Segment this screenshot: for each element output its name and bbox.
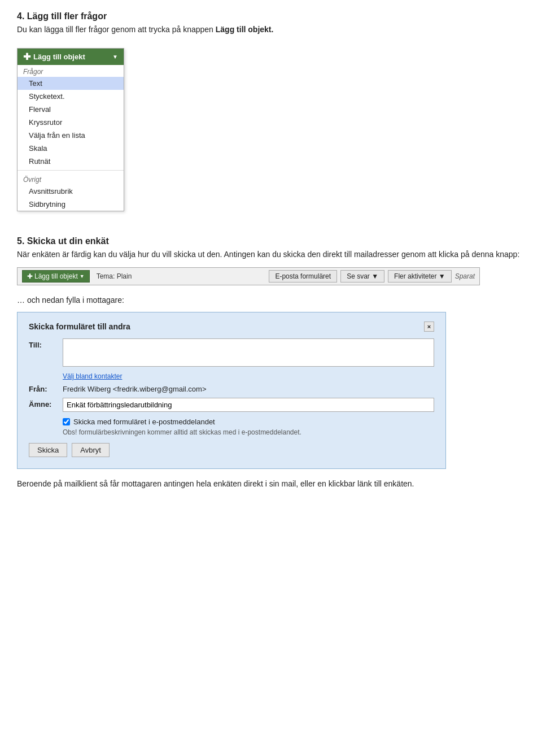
dialog-fran-value: Fredrik Wiberg <fredrik.wiberg@gmail.com… xyxy=(63,385,207,393)
section-4: 4. Lägg till fler frågor Du kan lägga ti… xyxy=(17,11,525,223)
dialog-till-field: Till: xyxy=(29,338,434,367)
chevron-down-icon: ▼ xyxy=(112,54,118,60)
menu-item-kryssrutor[interactable]: Kryssrutor xyxy=(18,116,124,129)
section-5: 5. Skicka ut din enkät När enkäten är fä… xyxy=(17,236,525,490)
section5-desc3: Beroende på mailklient så får mottagaren… xyxy=(17,478,525,490)
plus-icon: ✚ xyxy=(23,51,30,62)
menu-item-flerval[interactable]: Flerval xyxy=(18,103,124,116)
menu-item-rutnat[interactable]: Rutnät xyxy=(18,155,124,168)
dialog-from-row: Från: Fredrik Wiberg <fredrik.wiberg@gma… xyxy=(29,385,434,393)
dialog-buttons: Skicka Avbryt xyxy=(29,443,434,457)
dialog-obs-note: Obs! formulärbeskrivningen kommer alltid… xyxy=(63,428,434,436)
dialog-include-form-checkbox[interactable] xyxy=(63,418,70,425)
menu-group-label-questions: Frågor xyxy=(18,65,124,77)
send-form-dialog: Skicka formuläret till andra × Till: Väl… xyxy=(17,312,446,469)
menu-item-avsnittsrubrik[interactable]: Avsnittsrubrik xyxy=(18,185,124,198)
toolbar-theme-label: Tema: Plain xyxy=(93,272,136,280)
section5-heading: 5. Skicka ut din enkät xyxy=(17,236,525,246)
add-item-button[interactable]: ✚ Lägg till objekt ▼ xyxy=(18,49,124,65)
dialog-till-input[interactable] xyxy=(63,338,434,367)
menu-item-sidbrytning[interactable]: Sidbrytning xyxy=(18,198,124,211)
section4-heading: 4. Lägg till fler frågor xyxy=(17,11,525,21)
toolbar-chevron-icon: ▼ xyxy=(80,273,85,279)
toolbar-saved-label: Sparat xyxy=(455,272,475,280)
dialog-contacts-link[interactable]: Välj bland kontakter xyxy=(63,372,434,380)
menu-item-skala[interactable]: Skala xyxy=(18,142,124,155)
toolbar-add-item-button[interactable]: ✚ Lägg till objekt ▼ xyxy=(22,270,90,283)
toolbar-more-button[interactable]: Fler aktiviteter ▼ xyxy=(388,270,452,283)
dialog-amne-field: Ämne: xyxy=(29,398,434,412)
menu-item-valjafranenlista[interactable]: Välja från en lista xyxy=(18,129,124,142)
dialog-cancel-button[interactable]: Avbryt xyxy=(72,443,110,457)
dialog-checkbox-label: Skicka med formuläret i e-postmeddelande… xyxy=(73,418,215,426)
dialog-fran-label: Från: xyxy=(29,385,63,393)
add-item-dropdown[interactable]: ✚ Lägg till objekt ▼ Frågor Text Stycket… xyxy=(17,48,124,211)
menu-divider xyxy=(18,170,124,171)
menu-item-text[interactable]: Text xyxy=(18,77,124,90)
dialog-checkbox-row: Skicka med formuläret i e-postmeddelande… xyxy=(63,418,434,426)
form-toolbar: ✚ Lägg till objekt ▼ Tema: Plain E-posta… xyxy=(17,267,480,285)
menu-item-stycketext[interactable]: Stycketext. xyxy=(18,90,124,103)
dialog-send-button[interactable]: Skicka xyxy=(29,443,67,457)
dialog-close-button[interactable]: × xyxy=(424,321,434,332)
toolbar-plus-icon: ✚ xyxy=(27,272,33,280)
toolbar-responses-button[interactable]: Se svar ▼ xyxy=(340,270,384,283)
dialog-amne-input[interactable] xyxy=(63,398,434,412)
section5-desc2: … och nedan fylla i mottagare: xyxy=(17,294,525,306)
dialog-title-text: Skicka formuläret till andra xyxy=(29,322,130,331)
dialog-till-label: Till: xyxy=(29,338,63,349)
dialog-amne-label: Ämne: xyxy=(29,398,63,409)
toolbar-email-button[interactable]: E-posta formuläret xyxy=(269,270,337,283)
section5-desc1: När enkäten är färdig kan du välja hur d… xyxy=(17,249,525,260)
toolbar-responses-arrow-icon: ▼ xyxy=(371,272,378,280)
menu-group-label-ovrigt: Övrigt xyxy=(18,173,124,185)
dialog-title-bar: Skicka formuläret till andra × xyxy=(29,321,434,332)
section4-description: Du kan lägga till fler frågor genom att … xyxy=(17,24,525,36)
toolbar-more-arrow-icon: ▼ xyxy=(439,272,445,280)
